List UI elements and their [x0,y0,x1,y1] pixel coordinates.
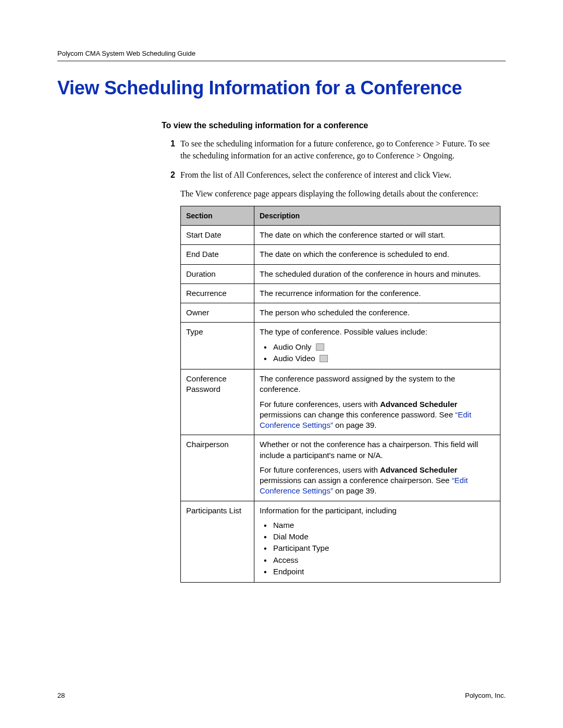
table-row: Conference Password The conference passw… [181,369,500,435]
bold-term: View [432,170,449,179]
page-footer: 28 Polycom, Inc. [57,692,506,699]
bold-term: All Conferences [234,170,288,179]
step-body: From the list of All Conferences, select… [180,169,500,583]
cell-lead: The type of conference. Possible values … [260,327,495,337]
nav-path: Ongoing [423,151,452,160]
cell-description: The conference password assigned by the … [254,369,500,435]
list-item: Participant Type [260,543,495,553]
step-2: 2 From the list of All Conferences, sele… [162,169,500,583]
details-table: Section Description Start Date The date … [180,206,500,583]
procedure-subhead: To view the scheduling information for a… [162,121,500,130]
step-text: conference page appears displaying the f… [213,189,478,198]
cell-section: Recurrence [181,283,254,303]
table-row: Owner The person who scheduled the confe… [181,303,500,323]
bold-term: Advanced Scheduler [380,465,457,474]
bold-term: Advanced Scheduler [380,400,457,409]
cell-description: The recurrence information for the confe… [254,283,500,303]
cell-section: Start Date [181,226,254,245]
list-item: Access [260,555,495,565]
running-header: Polycom CMA System Web Scheduling Guide [57,50,506,57]
list-item: Endpoint [260,566,495,577]
cell-description: Information for the participant, includi… [254,501,500,583]
step-text: From the list of [180,170,234,179]
nav-sep: > [434,139,443,148]
cell-para: Whether or not the conference has a chai… [260,439,495,461]
cell-description: The date on which the conference is sche… [254,245,500,264]
step-body: To see the scheduling information for a … [180,138,500,162]
cell-section: Owner [181,303,254,323]
cell-description: The scheduled duration of the conference… [254,264,500,283]
nav-path: Future [443,139,464,148]
cell-section: End Date [181,245,254,264]
list-item: Name [260,520,495,530]
th-section: Section [181,206,254,225]
list-item: Audio Only [260,342,495,352]
cell-section: Chairperson [181,435,254,501]
step-text: To see the scheduling information for a … [180,139,395,148]
list-item: Audio Video [260,353,495,364]
cell-section: Participants List [181,501,254,583]
step-text: . [449,170,451,179]
cell-para: For future conferences, users with Advan… [260,465,495,497]
type-list: Audio Only Audio Video [260,342,495,364]
cell-para: For future conferences, users with Advan… [260,399,495,431]
step-text: , select the conference of interest and … [288,170,432,179]
table-row: End Date The date on which the conferenc… [181,245,500,264]
table-row: Duration The scheduled duration of the c… [181,264,500,283]
step-number: 2 [162,169,180,583]
table-row: Participants List Information for the pa… [181,501,500,583]
cell-section: Type [181,323,254,369]
header-rule [57,60,506,61]
footer-org: Polycom, Inc. [465,692,506,699]
content-block: To view the scheduling information for a… [162,121,500,583]
cell-description: The person who scheduled the conference. [254,303,500,323]
step-number: 1 [162,138,180,162]
cell-section: Conference Password [181,369,254,435]
step-1: 1 To see the scheduling information for … [162,138,500,162]
table-row: Start Date The date on which the confere… [181,226,500,245]
cell-para: The conference password assigned by the … [260,374,495,395]
cell-description: The type of conference. Possible values … [254,323,500,369]
nav-path: Conference [395,139,434,148]
participants-sublist: Name Dial Mode Participant Type Access E… [260,520,495,577]
page-title: View Scheduling Information for a Confer… [57,77,506,99]
nav-sep: > [414,151,423,160]
table-header-row: Section Description [181,206,500,225]
step-text: . [452,151,455,160]
th-description: Description [254,206,500,225]
table-row: Type The type of conference. Possible va… [181,323,500,369]
nav-path: Conference [376,151,414,160]
step-text: The [180,189,195,198]
page-number: 28 [57,692,65,699]
table-row: Chairperson Whether or not the conferenc… [181,435,500,501]
cell-section: Duration [181,264,254,283]
cell-description: The date on which the conference started… [254,226,500,245]
bold-term: View [195,189,213,198]
audio-icon [316,343,324,351]
page: Polycom CMA System Web Scheduling Guide … [0,0,563,728]
table-row: Recurrence The recurrence information fo… [181,283,500,303]
cell-lead: Information for the participant, includi… [260,505,495,516]
list-item: Dial Mode [260,532,495,542]
video-icon [320,355,328,362]
cell-description: Whether or not the conference has a chai… [254,435,500,501]
